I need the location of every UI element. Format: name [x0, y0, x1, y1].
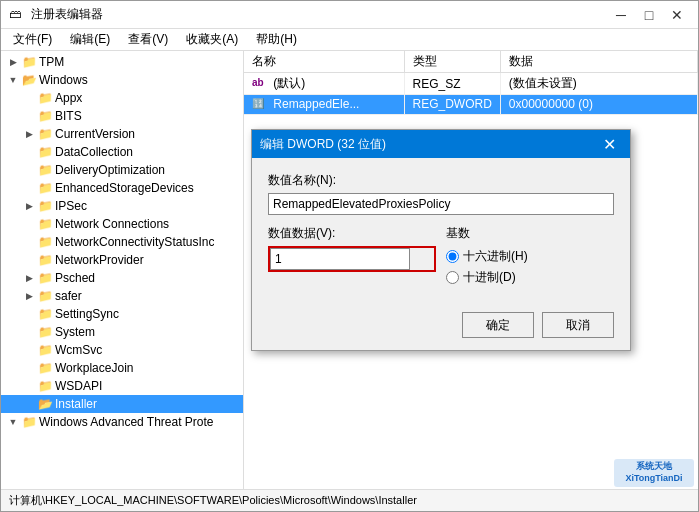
base-group: 基数 十六进制(H) 十进制(D) — [446, 225, 614, 286]
radio-hex-label: 十六进制(H) — [463, 248, 528, 265]
ok-button[interactable]: 确定 — [462, 312, 534, 338]
radio-dec-label: 十进制(D) — [463, 269, 516, 286]
value-data-label: 数值数据(V): — [268, 225, 436, 242]
value-name-label: 数值名称(N): — [268, 172, 614, 189]
value-data-input-wrap — [268, 246, 436, 272]
dialog-data-row: 数值数据(V): 基数 十六进制(H) — [268, 225, 614, 286]
dialog-titlebar: 编辑 DWORD (32 位值) ✕ — [252, 130, 630, 158]
cancel-button[interactable]: 取消 — [542, 312, 614, 338]
base-title: 基数 — [446, 225, 614, 242]
value-name-input[interactable] — [268, 193, 614, 215]
dialog-title: 编辑 DWORD (32 位值) — [260, 136, 386, 153]
edit-dword-dialog: 编辑 DWORD (32 位值) ✕ 数值名称(N): 数值数据(V): — [251, 129, 631, 351]
radio-hex-row[interactable]: 十六进制(H) — [446, 248, 614, 265]
dialog-close-button[interactable]: ✕ — [596, 133, 622, 155]
dialog-body: 数值名称(N): 数值数据(V): 基数 — [252, 158, 630, 306]
radio-hex[interactable] — [446, 250, 459, 263]
main-window: 🗃 注册表编辑器 ─ □ ✕ 文件(F) 编辑(E) 查看(V) 收藏夹(A) … — [0, 0, 699, 512]
value-data-group: 数值数据(V): — [268, 225, 436, 272]
modal-overlay: 编辑 DWORD (32 位值) ✕ 数值名称(N): 数值数据(V): — [1, 1, 698, 511]
value-data-input[interactable] — [270, 248, 410, 270]
radio-dec[interactable] — [446, 271, 459, 284]
radio-dec-row[interactable]: 十进制(D) — [446, 269, 614, 286]
dialog-buttons: 确定 取消 — [252, 306, 630, 350]
